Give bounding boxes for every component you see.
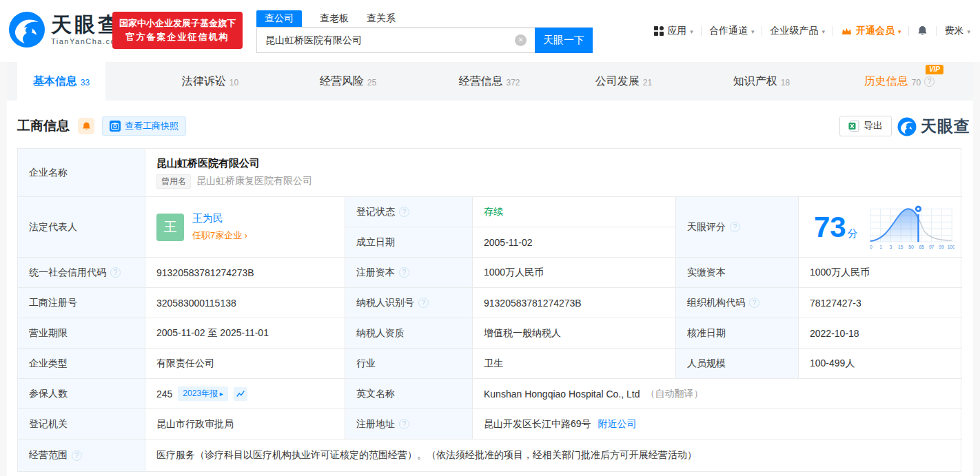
svg-text:1: 1: [879, 245, 882, 249]
tab-company-development[interactable]: 公司发展 21: [569, 62, 679, 101]
tab-basic-info[interactable]: 基本信息 33: [17, 62, 105, 101]
tab-business-risk[interactable]: 经营风险 25: [293, 62, 403, 101]
field-label-insured-count: 参保人数: [18, 379, 145, 409]
field-label-taxpayer-quality: 纳税人资质: [345, 318, 473, 349]
value-text: 卫生: [484, 358, 503, 370]
field-label-established-date: 成立日期: [345, 227, 473, 258]
former-name: 昆山虹桥康复医院有限公司: [196, 175, 312, 187]
search-input[interactable]: [256, 28, 535, 53]
field-label-credit-code: 统一社会信用代码: [18, 258, 145, 288]
export-button[interactable]: 导出: [839, 116, 892, 136]
avatar[interactable]: 王: [156, 214, 184, 241]
crown-icon: [841, 26, 853, 36]
field-label-business-term: 营业期限: [18, 318, 145, 349]
help-icon[interactable]: [72, 451, 82, 461]
registration-status-value: 存续: [473, 197, 676, 227]
help-icon[interactable]: [399, 419, 409, 429]
chevron-down-icon: [751, 28, 755, 35]
chevron-down-icon: [821, 28, 825, 35]
value-text: Kunshan Hongqiao Hospital Co., Ltd: [484, 389, 640, 400]
label-text: 营业期限: [29, 327, 68, 340]
help-icon[interactable]: [399, 207, 409, 217]
search-tab-company[interactable]: 查公司: [256, 10, 302, 27]
nav-divider: [762, 26, 762, 36]
label-text: 组织机构代码: [687, 297, 745, 309]
search-tabs: 查公司 查老板 查关系: [256, 9, 593, 28]
tab-legal-litigation[interactable]: 法律诉讼 10: [155, 62, 265, 101]
top-nav: 应用 合作通道 企业级产品 开通会员: [654, 0, 970, 62]
svg-text:97: 97: [929, 245, 935, 249]
page-tabbar: 基本信息 33 法律诉讼 10 经营风险 25 经营信息 372 公司发展 21…: [7, 62, 973, 101]
value-text: 1000万人民币: [810, 267, 870, 279]
help-icon[interactable]: [924, 76, 935, 87]
serves-in-companies-link[interactable]: 任职7家企业: [192, 229, 247, 242]
score-distribution-chart: 01 315 5085 9799 100: [868, 203, 955, 251]
tab-business-info[interactable]: 经营信息 372: [434, 62, 544, 101]
annual-report-badge[interactable]: 2023年报: [178, 386, 228, 401]
nav-user[interactable]: 费米: [944, 25, 970, 37]
watermark-text: 天眼查: [921, 116, 970, 137]
label-text: 实缴资本: [687, 267, 726, 279]
site-logo[interactable]: 天眼查 TianYanCha.com: [8, 11, 123, 48]
field-label-org-code: 组织机构代码: [676, 288, 799, 318]
company-name: 昆山虹桥医院有限公司: [156, 157, 260, 170]
value-text: 1000万人民币: [484, 267, 544, 279]
gov-badge-line2: 官方备案企业征信机构: [119, 30, 236, 44]
value-text: 100-499人: [810, 358, 855, 370]
gov-certification-badge: 国家中小企业发展子基金旗下 官方备案企业征信机构: [112, 12, 243, 49]
help-icon[interactable]: [749, 298, 759, 308]
nav-partner[interactable]: 合作通道: [709, 25, 755, 37]
field-label-taxpayer-id: 纳税人识别号: [345, 288, 473, 318]
staff-size-value: 100-499人: [799, 349, 962, 379]
org-code-value: 78127427-3: [799, 288, 962, 318]
view-business-snapshot-button[interactable]: 查看工商快照: [102, 116, 186, 136]
value-text: 2005-11-02: [484, 237, 533, 248]
label-text: 统一社会信用代码: [29, 267, 106, 279]
search-tab-relation[interactable]: 查关系: [367, 10, 396, 27]
field-label-company-name: 企业名称: [18, 149, 145, 197]
help-icon[interactable]: [399, 267, 409, 278]
tab-intellectual-property[interactable]: 知识产权 18: [706, 62, 817, 101]
tab-label: 经营信息: [458, 74, 502, 89]
tab-history-info[interactable]: VIP 历史信息 70: [837, 62, 961, 101]
insured-count-value: 245 2023年报: [145, 379, 345, 409]
help-icon[interactable]: [110, 267, 121, 278]
score-value: 73分: [814, 213, 858, 242]
site-header: 天眼查 TianYanCha.com 国家中小企业发展子基金旗下 官方备案企业征…: [0, 0, 980, 62]
search-button[interactable]: 天眼一下: [535, 28, 593, 53]
taxpayer-quality-value: 增值税一般纳税人: [473, 318, 676, 349]
value-text: 昆山市行政审批局: [156, 418, 234, 431]
nav-apps[interactable]: 应用: [654, 25, 693, 37]
bell-icon: [81, 121, 92, 132]
search-tab-boss[interactable]: 查老板: [320, 10, 349, 27]
nav-enterprise[interactable]: 企业级产品: [770, 25, 825, 37]
business-term-value: 2005-11-02 至 2025-11-01: [145, 318, 345, 349]
credit-code-value: 91320583781274273B: [145, 258, 345, 288]
value-text: 昆山开发区长江中路69号: [484, 418, 591, 431]
label-text: 注册资本: [356, 267, 395, 279]
help-icon[interactable]: [418, 298, 429, 308]
svg-text:99: 99: [939, 245, 944, 249]
trend-chart-icon[interactable]: [234, 387, 247, 401]
registered-capital-value: 1000万人民币: [473, 258, 676, 288]
tab-count: 70: [912, 78, 921, 87]
nav-notifications[interactable]: [917, 25, 928, 37]
tab-label: 法律诉讼: [182, 74, 226, 89]
nearby-companies-link[interactable]: 附近公司: [598, 418, 637, 431]
gov-badge-line1: 国家中小企业发展子基金旗下: [119, 17, 236, 30]
company-type-value: 有限责任公司: [145, 349, 345, 379]
business-scope-value: 医疗服务（诊疗科目以医疗机构执业许可证核定的范围经营）。（依法须经批准的项目，经…: [145, 439, 962, 471]
field-label-company-type: 企业类型: [18, 349, 145, 379]
former-name-badge: 曾用名: [156, 174, 191, 189]
monitor-bell-button[interactable]: [78, 118, 94, 134]
search-area: 查公司 查老板 查关系 天眼一下: [256, 9, 593, 53]
tab-label: 知识产权: [733, 74, 777, 89]
field-label-approval-date: 核准日期: [676, 318, 799, 349]
field-label-registration-status: 登记状态: [345, 197, 473, 227]
nav-vip-membership[interactable]: 开通会员: [841, 25, 901, 37]
export-button-label: 导出: [864, 120, 883, 132]
legal-representative-link[interactable]: 王为民: [192, 212, 247, 225]
help-icon[interactable]: [730, 222, 740, 232]
clear-search-icon[interactable]: [515, 34, 527, 46]
excel-icon: [848, 121, 859, 132]
